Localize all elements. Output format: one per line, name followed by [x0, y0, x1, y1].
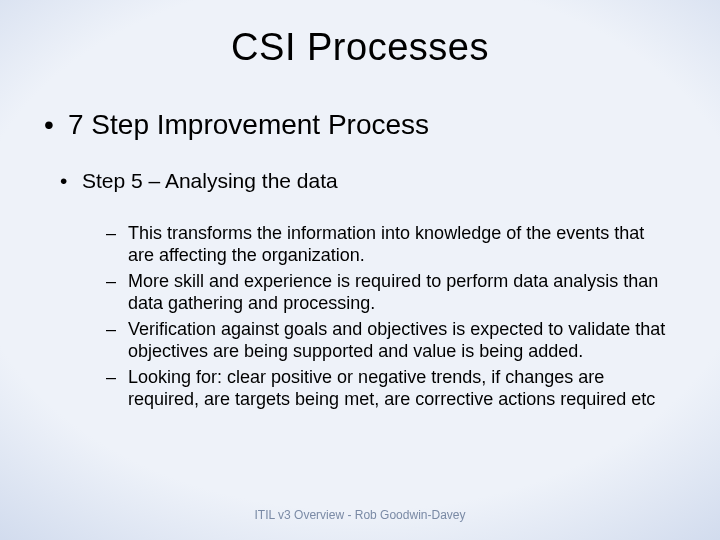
slide: CSI Processes • 7 Step Improvement Proce… [0, 0, 720, 540]
bullet-level-3: – Verification against goals and objecti… [40, 319, 680, 363]
bullet-level-1-text: 7 Step Improvement Process [68, 109, 429, 140]
bullet-dash-icon: – [106, 271, 116, 293]
bullet-dash-icon: – [106, 367, 116, 389]
slide-title: CSI Processes [40, 26, 680, 69]
bullet-dash-icon: – [106, 223, 116, 245]
bullet-level-1: • 7 Step Improvement Process [40, 109, 680, 141]
bullet-level-3-text: Looking for: clear positive or negative … [128, 367, 655, 409]
bullet-level-3-text: This transforms the information into kno… [128, 223, 644, 265]
bullet-level-3: – Looking for: clear positive or negativ… [40, 367, 680, 411]
bullet-level-2: • Step 5 – Analysing the data [40, 169, 680, 193]
bullet-level-3: – This transforms the information into k… [40, 223, 680, 267]
bullet-dot-icon: • [44, 109, 54, 141]
bullet-level-3: – More skill and experience is required … [40, 271, 680, 315]
bullet-level-3-text: More skill and experience is required to… [128, 271, 658, 313]
bullet-dash-icon: – [106, 319, 116, 341]
bullet-level-2-text: Step 5 – Analysing the data [82, 169, 338, 192]
bullet-dot-icon: • [60, 169, 67, 193]
slide-footer: ITIL v3 Overview - Rob Goodwin-Davey [0, 508, 720, 522]
bullet-level-3-text: Verification against goals and objective… [128, 319, 665, 361]
